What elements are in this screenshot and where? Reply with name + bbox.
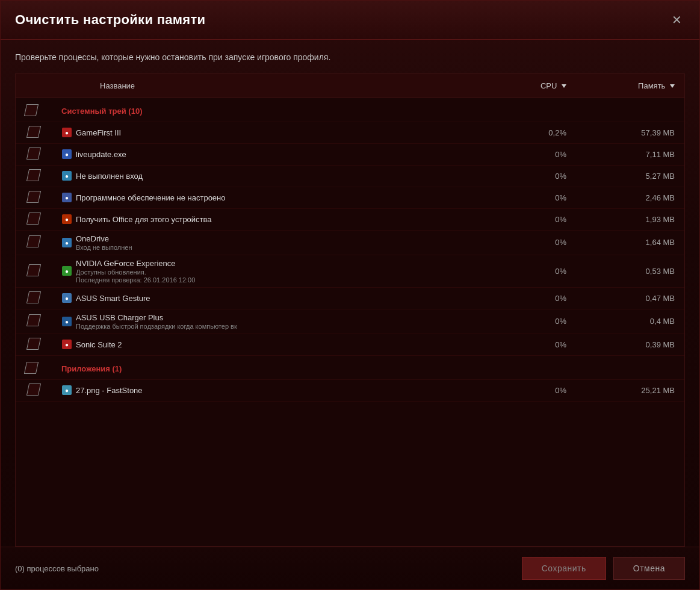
group-checkbox[interactable]	[24, 104, 39, 116]
mem-value: 0,47 MB	[576, 287, 684, 309]
table-row: ● liveupdate.exe 0% 7,11 MB	[16, 143, 684, 165]
cpu-value: 0,2%	[456, 122, 576, 143]
group-label: Приложения (1)	[52, 355, 684, 379]
process-name-cell: ● ASUS USB Charger Plus Поддержка быстро…	[52, 309, 456, 334]
mem-value: 25,21 MB	[576, 379, 684, 401]
process-name-cell: ● Программное обеспечение не настроено	[52, 187, 456, 208]
row-checkbox-cell[interactable]	[16, 187, 52, 208]
process-name-cell: ● Sonic Suite 2	[52, 334, 456, 355]
cpu-value: 0%	[456, 208, 576, 230]
svg-text:●: ●	[65, 268, 69, 275]
group-checkbox[interactable]	[24, 362, 39, 374]
mem-value: 5,27 MB	[576, 165, 684, 187]
row-checkbox[interactable]	[26, 126, 41, 138]
col-cpu-header[interactable]: CPU	[456, 74, 576, 98]
cpu-value: 0%	[456, 379, 576, 401]
table-row: ● 27.png - FastStone 0% 25,21 MB	[16, 379, 684, 401]
table-row: ● Получить Office для этого устройства 0…	[16, 208, 684, 230]
cancel-button[interactable]: Отмена	[613, 557, 685, 580]
svg-text:●: ●	[65, 295, 69, 302]
row-checkbox[interactable]	[26, 169, 41, 181]
svg-text:●: ●	[65, 216, 69, 223]
svg-text:●: ●	[65, 151, 69, 158]
subtitle: Проверьте процессы, которые нужно остано…	[1, 40, 699, 73]
process-name-cell: ● GameFirst III	[52, 122, 456, 143]
table-row: ● Sonic Suite 2 0% 0,39 MB	[16, 334, 684, 355]
row-checkbox-cell[interactable]	[16, 230, 52, 255]
svg-text:●: ●	[65, 194, 69, 201]
row-checkbox[interactable]	[26, 235, 41, 247]
col-checkbox	[16, 74, 52, 98]
row-checkbox[interactable]	[26, 384, 41, 396]
row-checkbox-cell[interactable]	[16, 255, 52, 287]
mem-value: 0,4 MB	[576, 309, 684, 334]
row-checkbox[interactable]	[26, 264, 41, 276]
group-checkbox-cell[interactable]	[16, 355, 52, 379]
col-mem-header[interactable]: Память	[576, 74, 684, 98]
row-checkbox-cell[interactable]	[16, 143, 52, 165]
mem-value: 7,11 MB	[576, 143, 684, 165]
group-checkbox-cell[interactable]	[16, 98, 52, 122]
cpu-value: 0%	[456, 255, 576, 287]
group-header: Приложения (1)	[16, 355, 684, 379]
table-row: ● OneDrive Вход не выполнен 0% 1,64 MB	[16, 230, 684, 255]
cpu-value: 0%	[456, 187, 576, 208]
cpu-value: 0%	[456, 143, 576, 165]
cpu-value: 0%	[456, 230, 576, 255]
svg-text:●: ●	[65, 129, 69, 136]
row-checkbox-cell[interactable]	[16, 334, 52, 355]
title-bar: Очистить настройки памяти ✕	[1, 1, 699, 40]
selected-count: (0) процессов выбрано	[15, 564, 99, 573]
save-button[interactable]: Сохранить	[522, 557, 606, 580]
row-checkbox-cell[interactable]	[16, 309, 52, 334]
mem-value: 2,46 MB	[576, 187, 684, 208]
process-name-cell: ● 27.png - FastStone	[52, 379, 456, 401]
cpu-value: 0%	[456, 165, 576, 187]
row-checkbox[interactable]	[26, 191, 41, 203]
mem-value: 57,39 MB	[576, 122, 684, 143]
process-name-cell: ● Не выполнен вход	[52, 165, 456, 187]
row-checkbox-cell[interactable]	[16, 287, 52, 309]
row-checkbox-cell[interactable]	[16, 379, 52, 401]
row-checkbox[interactable]	[26, 148, 41, 160]
row-checkbox-cell[interactable]	[16, 208, 52, 230]
row-checkbox[interactable]	[26, 213, 41, 225]
dialog-title: Очистить настройки памяти	[15, 12, 205, 28]
row-checkbox-cell[interactable]	[16, 122, 52, 143]
mem-value: 0,53 MB	[576, 255, 684, 287]
svg-text:●: ●	[65, 318, 69, 325]
col-name-header: Название	[52, 74, 456, 98]
close-button[interactable]: ✕	[668, 11, 685, 28]
dialog: Очистить настройки памяти ✕ Проверьте пр…	[0, 0, 700, 590]
process-table-container: Название CPU Память Системн	[15, 73, 685, 547]
process-name-cell: ● Получить Office для этого устройства	[52, 208, 456, 230]
mem-value: 1,64 MB	[576, 230, 684, 255]
mem-value: 0,39 MB	[576, 334, 684, 355]
mem-value: 1,93 MB	[576, 208, 684, 230]
process-name-cell: ● liveupdate.exe	[52, 143, 456, 165]
footer: (0) процессов выбрано Сохранить Отмена	[1, 547, 699, 589]
group-label: Системный трей (10)	[52, 98, 684, 122]
svg-text:●: ●	[65, 240, 69, 246]
table-row: ● NVIDIA GeForce Experience Доступны обн…	[16, 255, 684, 287]
process-name-cell: ● ASUS Smart Gesture	[52, 287, 456, 309]
footer-buttons: Сохранить Отмена	[522, 557, 685, 580]
svg-text:●: ●	[65, 341, 69, 348]
table-row: ● ASUS Smart Gesture 0% 0,47 MB	[16, 287, 684, 309]
svg-text:●: ●	[65, 387, 69, 394]
process-name-cell: ● OneDrive Вход не выполнен	[52, 230, 456, 255]
cpu-value: 0%	[456, 309, 576, 334]
row-checkbox[interactable]	[26, 338, 41, 350]
cpu-value: 0%	[456, 334, 576, 355]
row-checkbox[interactable]	[26, 291, 41, 303]
row-checkbox-cell[interactable]	[16, 165, 52, 187]
table-row: ● ASUS USB Charger Plus Поддержка быстро…	[16, 309, 684, 334]
group-header: Системный трей (10)	[16, 98, 684, 122]
table-row: ● Программное обеспечение не настроено 0…	[16, 187, 684, 208]
row-checkbox[interactable]	[26, 314, 41, 326]
process-table: Название CPU Память Системн	[16, 74, 684, 402]
process-name-cell: ● NVIDIA GeForce Experience Доступны обн…	[52, 255, 456, 287]
svg-text:●: ●	[65, 173, 69, 179]
mem-sort-icon	[670, 84, 675, 88]
table-row: ● GameFirst III 0,2% 57,39 MB	[16, 122, 684, 143]
